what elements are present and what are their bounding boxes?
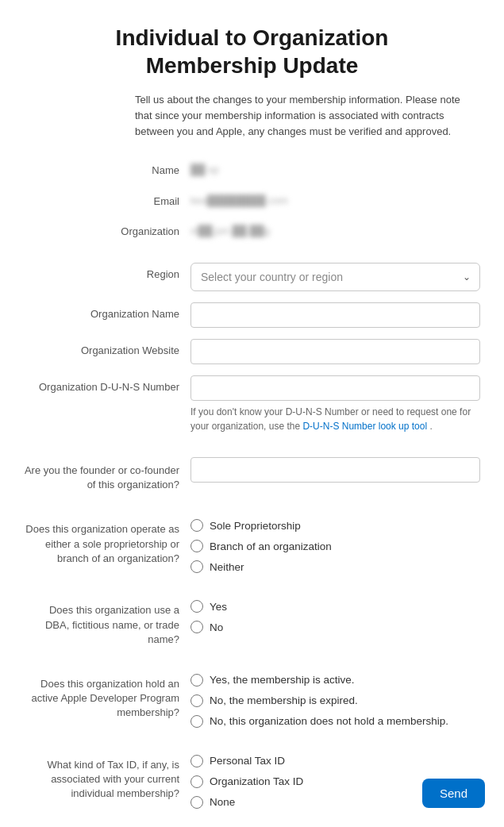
organization-value: xi██,jun.██.██g [190,220,270,237]
organization-row: Organization xi██,jun.██.██g [24,220,480,239]
active-membership-option-1[interactable]: Yes, the membership is active. [190,674,480,687]
region-label: Region [24,263,190,282]
org-website-input[interactable] [190,339,480,364]
duns-label: Organization D-U-N-S Number [24,375,190,394]
dba-option-no[interactable]: No [190,621,480,633]
duns-hint: If you don't know your D-U-N-S Number or… [190,405,480,433]
sole-prop-option-2[interactable]: Branch of an organization [190,540,480,552]
name-row: Name ██ xp [24,159,480,178]
org-name-label: Organization Name [24,302,190,321]
dba-label: Does this organization use a DBA, fictit… [24,597,190,647]
tax-id-radio-none[interactable] [190,796,203,809]
org-name-field-content [190,302,480,328]
organization-value-container: xi██,jun.██.██g [190,220,480,237]
active-membership-field-content: Yes, the membership is active. No, the m… [190,671,480,728]
dba-radio-yes[interactable] [190,600,203,613]
sole-prop-radio-group: Sole Proprietorship Branch of an organiz… [190,516,480,573]
name-label: Name [24,159,190,178]
sole-prop-option-1[interactable]: Sole Proprietorship [190,519,480,532]
active-membership-option-2[interactable]: No, the membership is expired. [190,694,480,707]
active-membership-radio-2[interactable] [190,694,203,707]
tax-id-radio-org[interactable] [190,775,203,788]
founder-input[interactable] [190,457,480,483]
org-website-field-content [190,339,480,364]
region-field-content: Select your country or region ⌄ [190,263,480,291]
page-title: Individual to Organization Membership Up… [24,24,480,79]
dba-radio-group: Yes No [190,597,480,633]
duns-field-content: If you don't know your D-U-N-S Number or… [190,375,480,433]
name-value-container: ██ xp [190,159,480,175]
dba-field-content: Yes No [190,597,480,633]
tax-id-label: What kind of Tax ID, if any, is associat… [24,752,190,802]
organization-label: Organization [24,220,190,239]
sole-prop-label: Does this organization operate as either… [24,516,190,566]
name-value: ██ xp [190,159,219,175]
sole-prop-radio-1[interactable] [190,519,203,532]
duns-row: Organization D-U-N-S Number If you don't… [24,375,480,433]
email-row: Email kea████████.com [24,190,480,209]
send-button[interactable]: Send [422,779,485,808]
founder-row: Are you the founder or co-founder of thi… [24,457,480,492]
email-value-container: kea████████.com [190,190,480,206]
tax-id-option-personal[interactable]: Personal Tax ID [190,755,480,767]
active-membership-radio-1[interactable] [190,674,203,687]
region-select-wrapper: Select your country or region ⌄ [190,263,480,291]
dba-radio-no[interactable] [190,621,203,633]
active-membership-row: Does this organization hold an active Ap… [24,671,480,728]
active-membership-radio-group: Yes, the membership is active. No, the m… [190,671,480,728]
email-label: Email [24,190,190,209]
sole-prop-option-3[interactable]: Neither [190,560,480,573]
duns-input[interactable] [190,375,480,401]
org-website-row: Organization Website [24,339,480,364]
form-section: Name ██ xp Email kea████████.com Organiz… [24,159,480,809]
org-name-input[interactable] [190,302,480,328]
org-name-row: Organization Name [24,302,480,328]
sole-prop-row: Does this organization operate as either… [24,516,480,573]
dba-row: Does this organization use a DBA, fictit… [24,597,480,647]
founder-label: Are you the founder or co-founder of thi… [24,457,190,492]
active-membership-option-3[interactable]: No, this organization does not hold a me… [190,715,480,728]
sole-prop-radio-3[interactable] [190,560,203,573]
sole-prop-field-content: Sole Proprietorship Branch of an organiz… [190,516,480,573]
page-description: Tell us about the changes to your member… [24,92,480,140]
duns-lookup-link[interactable]: D-U-N-S Number look up tool [302,421,427,432]
dba-option-yes[interactable]: Yes [190,600,480,613]
page-wrapper: Individual to Organization Membership Up… [0,0,504,827]
active-membership-radio-3[interactable] [190,715,203,728]
active-membership-label: Does this organization hold an active Ap… [24,671,190,721]
tax-id-row: What kind of Tax ID, if any, is associat… [24,752,480,809]
email-value: kea████████.com [190,190,288,206]
tax-id-radio-personal[interactable] [190,755,203,767]
region-row: Region Select your country or region ⌄ [24,263,480,291]
region-select[interactable]: Select your country or region [190,263,480,291]
org-website-label: Organization Website [24,339,190,358]
sole-prop-radio-2[interactable] [190,540,203,552]
founder-field-content [190,457,480,483]
